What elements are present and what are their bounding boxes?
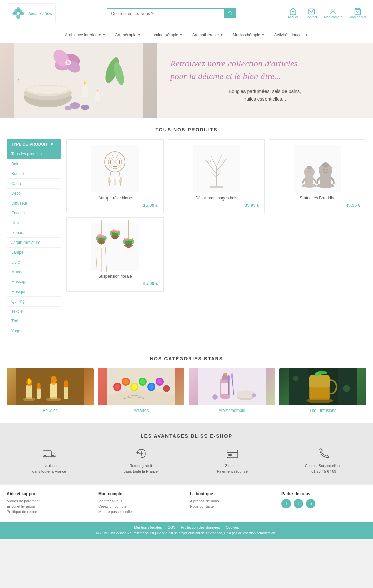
footer-link-create-account[interactable]: Créez un compte [98, 504, 183, 508]
svg-point-10 [332, 9, 334, 12]
sidebar-item-cadre[interactable]: Cadre [7, 179, 61, 189]
header-home[interactable]: Accueil [288, 8, 298, 19]
logo[interactable]: bliss e-shop [7, 3, 56, 23]
category-bougies[interactable]: Bougies [7, 368, 94, 413]
sidebar-item-encens[interactable]: Encens [7, 208, 61, 218]
avantages-section: LES AVANTAGES BLISS E-SHOP Livraison dan… [0, 423, 373, 484]
sidebar-item-textile[interactable]: Textile [7, 307, 61, 316]
svg-point-7 [229, 11, 231, 14]
sidebar-item-bougie[interactable]: Bougie [7, 169, 61, 179]
sidebar-item-mandala[interactable]: Mandala [7, 267, 61, 277]
footer-links: Aide et support Modes de paiement Envoi … [0, 484, 373, 522]
hero-section: ‹ Retrouvez notre collection d'articlesp… [0, 43, 373, 118]
sidebar-item-livre[interactable]: Livre [7, 257, 61, 267]
nav-activites[interactable]: Activités douces ▼ [270, 30, 313, 39]
category-activites[interactable]: Activités [98, 368, 184, 413]
header-contact[interactable]: Contact [305, 8, 317, 19]
svg-point-106 [129, 239, 131, 241]
svg-point-79 [326, 169, 328, 171]
category-the[interactable]: Thé - Infusions [279, 368, 366, 413]
product-name-branches: Décor branchages bois [195, 196, 237, 201]
pinterest-icon[interactable]: p [306, 499, 315, 508]
svg-rect-138 [222, 376, 228, 380]
product-card-suspension[interactable]: Suspension florale 45,00 € [66, 217, 164, 292]
categories-title: NOS CATÉGORIES STARS [7, 346, 366, 368]
footer-col-social: Parlez de nous ! f t p [281, 491, 366, 515]
svg-rect-116 [50, 383, 57, 399]
avantage-contact-text: Contact Service client : 01 23 45 67 89 [305, 463, 343, 474]
footer-link-modes-paiement[interactable]: Modes de paiement [7, 499, 92, 503]
svg-point-71 [307, 166, 312, 170]
header-account[interactable]: Mon compte [324, 8, 342, 19]
hero-image: ‹ [0, 43, 157, 118]
svg-point-97 [115, 230, 118, 233]
footer-col-boutique: La boutique A propos de nous Nous contac… [190, 491, 275, 515]
footer-protection[interactable]: Protection des données [181, 525, 220, 529]
product-card-branches[interactable]: Décor branchages bois 35,95 € [168, 139, 265, 213]
sidebar-item-tous[interactable]: Tous les produits [7, 149, 61, 159]
chevron-down-icon: ▼ [102, 33, 105, 37]
sidebar-list: Tous les produits Bain Bougie Cadre Déco… [7, 149, 61, 336]
sidebar-item-musique[interactable]: Musique [7, 287, 61, 297]
category-image-activites [98, 368, 184, 405]
category-image-bougies [7, 368, 94, 405]
home-label: Accueil [288, 15, 298, 19]
cart-icon [354, 8, 361, 15]
sidebar-item-the[interactable]: Thé [7, 316, 61, 326]
footer-cgv[interactable]: CGV [168, 525, 176, 529]
sidebar-item-lampe[interactable]: Lampe [7, 248, 61, 257]
nav-ambiance[interactable]: Ambiance intérieure ▼ [60, 30, 111, 39]
search-area [107, 8, 236, 18]
home-icon [289, 8, 297, 15]
svg-line-58 [210, 160, 211, 165]
product-card-dreamcatcher[interactable]: Attrape-rêve blanc 15,00 € [66, 139, 164, 213]
header-cart[interactable]: Mon panier [349, 8, 366, 19]
footer-link-apropos[interactable]: A propos de nous [190, 499, 275, 503]
facebook-icon[interactable]: f [281, 499, 291, 508]
nav-aromatherapie[interactable]: Aromathérapie ▼ [188, 30, 228, 39]
svg-point-162 [44, 455, 46, 458]
twitter-icon[interactable]: t [294, 499, 303, 508]
svg-point-51 [119, 177, 122, 184]
sidebar-item-yoga[interactable]: Yoga [7, 326, 61, 336]
sidebar-item-diffuseur[interactable]: Diffuseur [7, 198, 61, 208]
svg-point-34 [65, 106, 72, 110]
sidebar-item-huile[interactable]: Huile [7, 218, 61, 228]
sidebar-item-bain[interactable]: Bain [7, 159, 61, 169]
svg-rect-118 [64, 387, 68, 399]
avantage-livraison: Livraison dans toute la France [7, 447, 92, 474]
footer-link-retour[interactable]: Politique de retour [7, 510, 92, 514]
footer-col-aide: Aide et support Modes de paiement Envoi … [7, 491, 92, 515]
card-icon [225, 447, 239, 460]
footer-mentions[interactable]: Mentions légales [134, 525, 162, 529]
product-card-bouddha[interactable]: Statuettes Bouddha 45,55 € [269, 139, 366, 213]
svg-point-128 [132, 384, 137, 390]
footer-cookies[interactable]: Cookies [225, 525, 239, 529]
sidebar-item-quilling[interactable]: Quilling [7, 297, 61, 307]
svg-point-49 [114, 179, 116, 186]
sidebar-item-deco[interactable]: Déco [7, 189, 61, 198]
nav-musicotherapie[interactable]: Musicothérapie ▼ [228, 30, 269, 39]
svg-point-134 [157, 379, 162, 384]
user-icon [329, 8, 337, 15]
search-input[interactable] [107, 8, 224, 18]
svg-point-132 [149, 384, 154, 390]
footer-link-contacter[interactable]: Nous contacter [190, 504, 275, 508]
sidebar-item-ikebana[interactable]: Ikebana [7, 228, 61, 238]
products-layout: TYPE DE PRODUIT ▼ Tous les produits Bain… [7, 139, 366, 336]
footer-bottom: Mentions légales CGV Protection des donn… [0, 522, 373, 539]
search-button[interactable] [224, 8, 236, 18]
svg-rect-168 [228, 454, 232, 456]
category-aromatherapie[interactable]: Aromathérapie [189, 368, 275, 413]
hero-subtitle: Bougies parfumées, sels de bains,huiles … [170, 88, 359, 103]
nav-arttherapie[interactable]: Art-thérapie ▼ [110, 30, 145, 39]
nav-luminotherapie[interactable]: Luminothérapie ▼ [145, 30, 188, 39]
category-image-aromatherapie [189, 368, 275, 405]
footer-link-password[interactable]: Mot de passe oublié [98, 510, 183, 514]
svg-line-67 [216, 171, 221, 177]
footer-col-title-aide: Aide et support [7, 491, 92, 496]
footer-link-identify[interactable]: Identifiez-vous [98, 499, 183, 503]
footer-link-envoi[interactable]: Envoi et livraison [7, 504, 92, 508]
sidebar-item-jardin[interactable]: Jardin-miniature [7, 238, 61, 248]
sidebar-item-massage[interactable]: Massage [7, 277, 61, 287]
